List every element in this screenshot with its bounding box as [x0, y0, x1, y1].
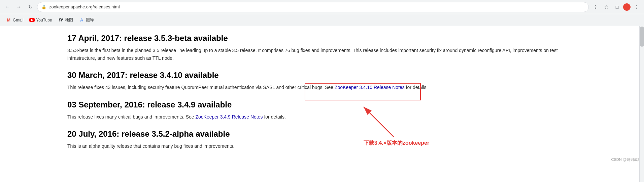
address-bar[interactable]: 🔒 zookeeper.apache.org/releases.html — [37, 2, 589, 12]
url-text: zookeeper.apache.org/releases.html — [49, 4, 584, 9]
release-3410-body-prefix: This release fixes 43 issues, including … — [67, 85, 335, 90]
bookmark-translate[interactable]: A 翻译 — [76, 16, 97, 24]
release-349-link[interactable]: ZooKeeper 3.4.9 Release Notes — [196, 114, 263, 120]
release-349-body-prefix: This release fixes many critical bugs an… — [67, 114, 196, 120]
browser-toolbar: ← → ↻ 🔒 zookeeper.apache.org/releases.ht… — [0, 0, 644, 14]
bookmark-gmail-label: Gmail — [13, 18, 23, 22]
bookmark-maps-label: 地图 — [65, 17, 73, 23]
release-349-body-suffix: for details. — [263, 114, 286, 120]
gmail-icon: M — [6, 17, 11, 23]
bookmark-translate-label: 翻译 — [86, 17, 94, 23]
youtube-icon-bg — [29, 18, 35, 22]
bookmark-maps[interactable]: 🗺 地图 — [56, 16, 76, 24]
bookmarks-bar: M Gmail YouTube 🗺 地图 A 翻译 — [0, 14, 644, 26]
lock-icon: 🔒 — [41, 5, 46, 9]
bookmark-youtube[interactable]: YouTube — [27, 16, 55, 24]
release-3410-body: This release fixes 43 issues, including … — [67, 84, 577, 91]
back-button[interactable]: ← — [3, 2, 12, 12]
youtube-play-triangle — [31, 19, 33, 21]
browser-frame: ← → ↻ 🔒 zookeeper.apache.org/releases.ht… — [0, 0, 644, 182]
share-button[interactable]: ⇪ — [591, 2, 600, 12]
release-352-alpha-body: This is an alpha quality release that co… — [67, 142, 577, 150]
release-353-beta-title: 17 April, 2017: release 3.5.3-beta avail… — [67, 33, 577, 43]
scrollbar-track[interactable] — [639, 26, 644, 182]
window-button[interactable]: □ — [612, 2, 622, 12]
toolbar-actions: ⇪ ☆ □ ⋮ — [591, 2, 641, 12]
menu-button[interactable]: ⋮ — [632, 2, 641, 12]
release-352-alpha-title: 20 July, 2016: release 3.5.2-alpha avail… — [67, 129, 577, 139]
scrollbar-thumb[interactable] — [640, 27, 644, 47]
record-button[interactable] — [623, 3, 631, 11]
release-353-beta-body: 3.5.3-beta is the first beta in the plan… — [67, 47, 577, 62]
release-3410-title: 30 March, 2017: release 3.4.10 available — [67, 70, 577, 80]
release-3410-link[interactable]: ZooKeeper 3.4.10 Release Notes — [335, 85, 405, 90]
csdn-watermark: CSDN @码到成奚 — [611, 157, 641, 162]
forward-button[interactable]: → — [14, 2, 24, 12]
bookmark-youtube-label: YouTube — [36, 18, 52, 22]
release-353-beta-section: 17 April, 2017: release 3.5.3-beta avail… — [67, 33, 577, 62]
reload-button[interactable]: ↻ — [26, 2, 35, 12]
release-349-title: 03 September, 2016: release 3.4.9 availa… — [67, 99, 577, 110]
youtube-icon — [29, 17, 35, 23]
release-3410-body-suffix: for details. — [405, 85, 428, 90]
bookmark-button[interactable]: ☆ — [602, 2, 611, 12]
release-352-alpha-section: 20 July, 2016: release 3.5.2-alpha avail… — [67, 129, 577, 150]
release-3410-section: 30 March, 2017: release 3.4.10 available… — [67, 70, 577, 91]
page-wrapper: 17 April, 2017: release 3.5.3-beta avail… — [0, 26, 644, 182]
map-icon: 🗺 — [58, 17, 64, 23]
release-349-body: This release fixes many critical bugs an… — [67, 113, 577, 121]
translate-icon: A — [79, 17, 84, 23]
bookmark-gmail[interactable]: M Gmail — [3, 16, 26, 24]
release-349-section: 03 September, 2016: release 3.4.9 availa… — [67, 99, 577, 121]
page-content: 17 April, 2017: release 3.5.3-beta avail… — [0, 26, 644, 165]
